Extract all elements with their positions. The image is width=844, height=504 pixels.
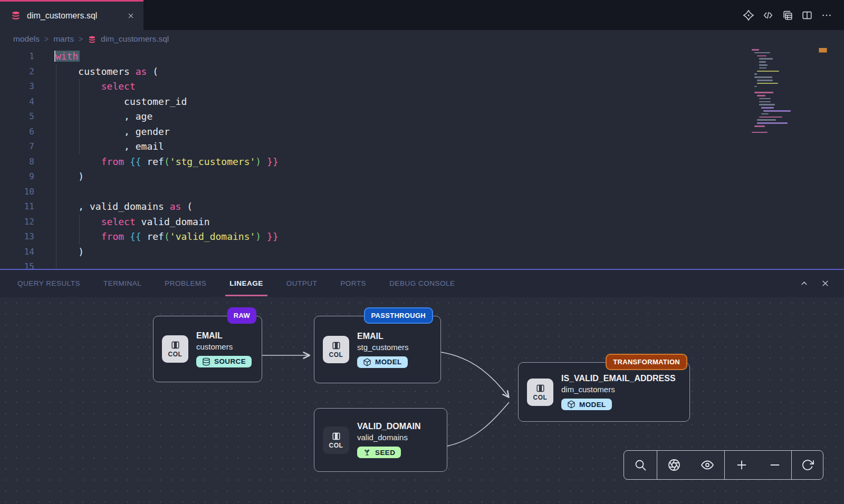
col-label: COL [533,394,548,401]
code-editor[interactable]: 1with2 customers as (3 select4 customer_… [0,48,844,269]
column-indicator: COL [162,335,188,363]
breadcrumb-file[interactable]: dim_customers.sql [101,34,169,44]
line-number: 9 [0,169,34,185]
code-line[interactable]: 7 , email [0,139,844,154]
panel-tab-query-results[interactable]: QUERY RESULTS [17,270,80,296]
toolbar-group [724,451,791,479]
panel-tab-problems[interactable]: PROBLEMS [165,270,206,296]
column-indicator: COL [323,427,349,454]
code-line[interactable]: 6 , gender [0,124,844,140]
editor-tab-bar: dim_customers.sql [0,0,844,30]
code-line[interactable]: 8 from {{ ref('stg_customers') }} [0,154,844,170]
panel-tab-lineage[interactable]: LINEAGE [229,270,263,296]
node-subtitle: stg_customers [357,343,409,352]
minimap-line [754,76,772,78]
code-line[interactable]: 15 [0,259,844,269]
line-content: , age [55,109,152,124]
dbt-icon[interactable] [743,9,754,21]
sprout-icon [363,448,371,457]
code-line[interactable]: 2 customers as ( [0,64,844,80]
node-subtitle: valid_domains [357,433,421,442]
eye-icon[interactable] [701,459,714,471]
cube-icon [567,400,576,409]
code-icon[interactable] [762,9,774,21]
panel-tab-terminal[interactable]: TERMINAL [103,270,141,296]
minimap[interactable] [752,49,815,139]
minus-icon[interactable] [769,459,781,471]
node-badge-passthrough: PASSTHROUGH [364,307,433,324]
line-number: 12 [0,215,34,230]
minimap-line [759,98,771,100]
code-line[interactable]: 13 from {{ ref('valid_domains') }} [0,229,844,245]
line-number: 4 [0,94,34,110]
lineage-canvas[interactable]: RAWCOLEMAILcustomersSOURCEPASSTHROUGHCOL… [0,297,844,504]
lineage-node-stg_customers[interactable]: PASSTHROUGHCOLEMAILstg_customersMODEL [314,316,441,383]
tab-dim-customers-sql[interactable]: dim_customers.sql [0,0,143,30]
breadcrumb-segment[interactable]: models [13,34,40,44]
node-subtitle: customers [196,342,252,351]
node-title: IS_VALID_EMAIL_ADDRESS [561,374,676,383]
minimap-line [763,110,791,112]
node-title: EMAIL [196,331,252,341]
panel-tab-ports[interactable]: PORTS [340,270,366,296]
columns-icon [170,340,180,350]
bottom-panel: QUERY RESULTSTERMINALPROBLEMSLINEAGEOUTP… [0,269,844,504]
panel-tab-debug-console[interactable]: DEBUG CONSOLE [389,270,455,296]
split-editor-icon[interactable] [801,9,813,21]
code-lines: 1with2 customers as (3 select4 customer_… [0,49,844,269]
code-line[interactable]: 14 ) [0,245,844,260]
breadcrumb-separator: > [79,35,83,43]
scrollbar-marker [819,48,827,53]
code-line[interactable]: 12 select valid_domain [0,215,844,230]
close-tab-icon[interactable] [127,12,135,20]
line-number: 2 [0,64,34,80]
code-line[interactable]: 10 [0,185,844,200]
panel-header: QUERY RESULTSTERMINALPROBLEMSLINEAGEOUTP… [0,270,844,296]
code-line[interactable]: 9 ) [0,169,844,185]
node-chip-source: SOURCE [196,356,252,367]
x-icon[interactable] [820,278,830,288]
column-indicator: COL [527,379,553,406]
panel-tabs: QUERY RESULTSTERMINALPROBLEMSLINEAGEOUTP… [0,270,455,296]
column-indicator: COL [323,336,349,363]
line-number: 7 [0,139,34,154]
chevron-up-icon[interactable] [799,278,809,288]
minimap-line [757,119,776,121]
lineage-node-dim_customers[interactable]: TRANSFORMATIONCOLIS_VALID_EMAIL_ADDRESSd… [518,362,690,422]
lineage-node-valid_domains[interactable]: COLVALID_DOMAINvalid_domainsSEED [314,408,447,472]
breadcrumb: models>marts>dim_customers.sql [0,30,844,48]
lineage-node-customers[interactable]: RAWCOLEMAILcustomersSOURCE [153,316,262,382]
chip-label: SEED [375,449,395,457]
more-icon[interactable] [821,9,832,21]
panel-tab-output[interactable]: OUTPUT [286,270,318,296]
code-line[interactable]: 4 customer_id [0,94,844,110]
copy-table-icon[interactable] [782,9,793,21]
code-line[interactable]: 3 select [0,79,844,94]
minimap-line [757,71,779,72]
plus-icon[interactable] [735,459,748,471]
minimap-line [759,61,766,63]
code-line[interactable]: 1with [0,49,844,64]
minimap-line [754,86,757,88]
breadcrumb-separator: > [44,35,49,43]
code-line[interactable]: 5 , age [0,109,844,124]
line-number: 8 [0,154,34,170]
line-number: 6 [0,124,34,140]
minimap-line [759,104,775,105]
minimap-line [754,92,773,93]
search-icon[interactable] [634,459,647,471]
minimap-line [754,125,765,127]
minimap-line [761,113,769,115]
aperture-icon[interactable] [668,459,680,471]
col-label: COL [329,442,343,449]
line-number: 3 [0,79,34,94]
minimap-line [757,122,788,124]
code-line[interactable]: 11 , valid_domains as ( [0,199,844,215]
line-content: customers as ( [55,64,158,80]
breadcrumb-segment[interactable]: marts [53,34,74,44]
line-number: 14 [0,245,34,260]
refresh-icon[interactable] [801,459,814,471]
node-chip-model: MODEL [357,356,408,368]
node-subtitle: dim_customers [561,385,676,394]
database-file-icon [88,35,97,44]
